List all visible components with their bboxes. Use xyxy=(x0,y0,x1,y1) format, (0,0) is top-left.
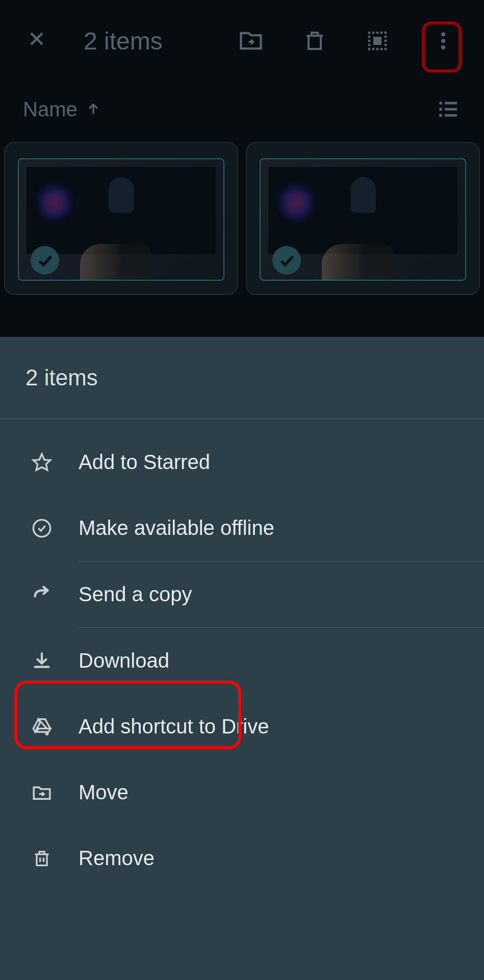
star-icon xyxy=(31,451,53,474)
sheet-header: 2 items xyxy=(0,337,484,419)
offline-icon xyxy=(31,517,53,540)
menu-label: Add shortcut to Drive xyxy=(79,715,269,738)
list-view-icon[interactable] xyxy=(437,97,461,121)
bottom-sheet: 2 items Add to Starred Make available of… xyxy=(0,337,484,980)
menu-label: Move xyxy=(79,781,129,804)
menu-item-send-copy[interactable]: Send a copy xyxy=(0,561,484,627)
download-icon xyxy=(31,650,53,672)
menu-label: Add to Starred xyxy=(79,451,210,474)
menu-item-shortcut[interactable]: Add shortcut to Drive xyxy=(0,694,484,760)
svg-point-4 xyxy=(441,39,445,43)
svg-point-13 xyxy=(33,520,50,536)
svg-rect-2 xyxy=(373,37,381,45)
menu-label: Make available offline xyxy=(79,517,274,540)
sort-by-name-button[interactable]: Name xyxy=(23,98,101,121)
more-options-button[interactable] xyxy=(432,30,454,52)
menu-item-offline[interactable]: Make available offline xyxy=(0,495,484,561)
close-selection-button[interactable] xyxy=(26,26,48,56)
selected-check-icon xyxy=(31,246,59,275)
menu-item-download[interactable]: Download xyxy=(0,628,484,694)
file-grid xyxy=(0,137,484,300)
svg-point-3 xyxy=(441,32,445,36)
select-all-icon[interactable] xyxy=(365,29,390,53)
move-icon[interactable] xyxy=(238,28,264,54)
share-arrow-icon xyxy=(31,583,53,606)
menu-item-move[interactable]: Move xyxy=(0,760,484,825)
drive-shortcut-icon xyxy=(31,716,53,738)
menu-list: Add to Starred Make available offline Se… xyxy=(0,419,484,891)
svg-marker-12 xyxy=(33,454,50,470)
sheet-title: 2 items xyxy=(26,365,458,390)
menu-label: Download xyxy=(79,649,169,672)
selection-top-bar: 2 items xyxy=(0,0,484,82)
selected-check-icon xyxy=(272,246,301,275)
sort-bar: Name xyxy=(0,82,484,137)
selection-count: 2 items xyxy=(84,27,238,55)
file-card[interactable] xyxy=(246,142,480,295)
arrow-up-icon xyxy=(85,101,101,117)
menu-item-remove[interactable]: Remove xyxy=(0,825,484,891)
file-card[interactable] xyxy=(4,142,238,295)
trash-icon xyxy=(31,847,53,870)
menu-item-starred[interactable]: Add to Starred xyxy=(0,429,484,495)
menu-label: Remove xyxy=(79,847,155,870)
move-folder-icon xyxy=(31,781,53,804)
svg-point-5 xyxy=(441,45,445,50)
sort-label: Name xyxy=(23,98,78,121)
trash-icon[interactable] xyxy=(302,29,327,53)
menu-label: Send a copy xyxy=(79,583,192,606)
